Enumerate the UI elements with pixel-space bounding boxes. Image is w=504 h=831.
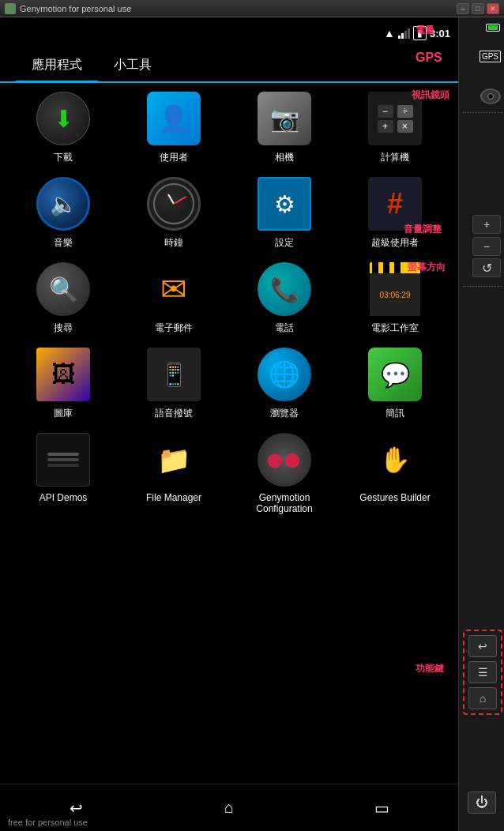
api-icon-graphic [36, 433, 90, 487]
api-label: API Demos [39, 492, 88, 503]
app-sms[interactable]: 簡訊 [352, 347, 438, 420]
music-icon-graphic [36, 177, 90, 231]
volume-annotation: 音量調整 [404, 223, 442, 236]
window-controls: – □ ✕ [457, 3, 499, 14]
camera-indicator [480, 88, 501, 104]
func-back-button[interactable]: ↩ [468, 635, 497, 657]
dotted-separator-1 [463, 112, 502, 113]
minimize-button[interactable]: – [457, 3, 469, 14]
battery-indicator-small [486, 24, 500, 32]
calculator-label: 計算機 [381, 151, 409, 164]
voice-icon [146, 347, 201, 402]
app-apidemos[interactable]: API Demos [20, 432, 107, 514]
music-label: 音樂 [54, 236, 73, 250]
volume-down-button[interactable]: − [472, 237, 501, 256]
app-gallery[interactable]: 圖庫 [20, 347, 107, 420]
gestures-label: Gestures Builder [359, 492, 430, 503]
browser-icon-graphic [258, 348, 311, 401]
power-button[interactable]: ⏻ [468, 792, 496, 814]
phone-icon-graphic [258, 262, 311, 316]
gps-annotation: GPS [416, 51, 442, 65]
api-icon [36, 432, 91, 487]
app-download[interactable]: 下載 [20, 91, 107, 164]
filemanager-label: File Manager [146, 492, 201, 503]
home-button[interactable]: ⌂ [205, 792, 253, 824]
app-music[interactable]: 音樂 [20, 176, 107, 250]
phone-icon [257, 261, 312, 317]
gestures-icon [367, 432, 423, 487]
gallery-icon [36, 347, 91, 402]
sms-icon [367, 347, 423, 402]
sms-label: 簡訊 [386, 407, 404, 420]
func-annotation: 功能鍵 [416, 662, 444, 675]
app-voicedialer[interactable]: 語音撥號 [130, 347, 217, 420]
app-browser[interactable]: 瀏覽器 [241, 347, 328, 420]
settings-icon-graphic [258, 177, 311, 231]
music-icon [36, 176, 91, 231]
footer-text: free for personal use [8, 818, 88, 827]
main-area: ▲ ▮ 3:01 應用程式 小工具 [0, 17, 504, 831]
app-gestures[interactable]: Gestures Builder [352, 432, 438, 514]
volume-up-button[interactable]: + [472, 215, 501, 234]
app-grid: 下載 使用者 相機 [0, 83, 458, 784]
tabs-bar: 應用程式 小工具 [0, 49, 458, 83]
movie-label: 電影工作室 [371, 321, 419, 335]
app-genymotion[interactable]: Genymotion Configuration [241, 432, 328, 514]
close-button[interactable]: ✕ [487, 3, 499, 14]
app-row-2: 音樂 時鐘 [8, 176, 450, 250]
email-icon-graphic [147, 262, 201, 316]
maximize-button[interactable]: □ [472, 3, 484, 14]
app-settings[interactable]: 設定 [241, 176, 328, 250]
camera-label: 相機 [275, 151, 294, 164]
camera-annotation: 視訊鏡頭 [412, 88, 449, 102]
app-user[interactable]: 使用者 [130, 91, 217, 164]
filemanager-icon [146, 432, 201, 487]
sms-icon-graphic [368, 348, 422, 401]
email-label: 電子郵件 [155, 321, 193, 335]
settings-label: 設定 [275, 236, 294, 250]
app-filemanager[interactable]: File Manager [130, 432, 217, 514]
genymotion-icon [257, 432, 312, 487]
app-search[interactable]: 搜尋 [20, 261, 107, 335]
rotate-annotation: 螢幕方向 [408, 261, 446, 274]
genymotion-label: Genymotion Configuration [241, 492, 328, 514]
tab-apps[interactable]: 應用程式 [16, 49, 98, 81]
app-phone[interactable]: 電話 [241, 261, 328, 335]
camera-icon-graphic [258, 92, 311, 145]
right-panel: 電量 GPS GPS 視訊鏡頭 音量調整 + − 螢幕方向 ↺ 功能鍵 ↩ ☰ … [458, 17, 504, 831]
email-icon [146, 261, 201, 317]
user-icon [146, 91, 201, 146]
func-menu-button[interactable]: ☰ [468, 661, 497, 683]
signal-icon [398, 28, 410, 39]
status-bar: ▲ ▮ 3:01 [0, 17, 458, 49]
download-icon-graphic [36, 92, 90, 145]
download-label: 下載 [54, 151, 73, 164]
phone-label: 電話 [275, 321, 294, 335]
user-icon-graphic [147, 92, 201, 145]
func-home-button[interactable]: ⌂ [468, 687, 497, 709]
gps-indicator: GPS [480, 51, 501, 62]
browser-icon [257, 347, 312, 402]
app-icon [5, 3, 16, 14]
gestures-icon-graphic [368, 433, 422, 487]
app-row-4: 圖庫 語音撥號 瀏覽器 [8, 347, 450, 420]
app-row-5: API Demos File Manager Genymotion Config… [8, 432, 450, 514]
app-camera[interactable]: 相機 [241, 91, 328, 164]
app-clock[interactable]: 時鐘 [130, 176, 217, 250]
voice-icon-graphic [147, 348, 201, 401]
camera-icon [257, 91, 312, 146]
app-email[interactable]: 電子郵件 [130, 261, 217, 335]
recent-button[interactable]: ▭ [358, 792, 405, 824]
rotate-button[interactable]: ↺ [472, 258, 501, 277]
gallery-label: 圖庫 [54, 407, 73, 420]
clock-icon-graphic [147, 177, 201, 231]
app-row-1: 下載 使用者 相機 [8, 91, 450, 164]
user-label: 使用者 [160, 151, 188, 164]
app-superuser[interactable]: 超級使用者 [352, 176, 438, 250]
clock-label: 時鐘 [164, 236, 183, 250]
voice-label: 語音撥號 [155, 407, 193, 420]
settings-icon [257, 176, 312, 231]
superuser-label: 超級使用者 [371, 236, 419, 250]
tab-tools[interactable]: 小工具 [98, 49, 167, 81]
app-row-3: 搜尋 電子郵件 電話 [8, 261, 450, 335]
